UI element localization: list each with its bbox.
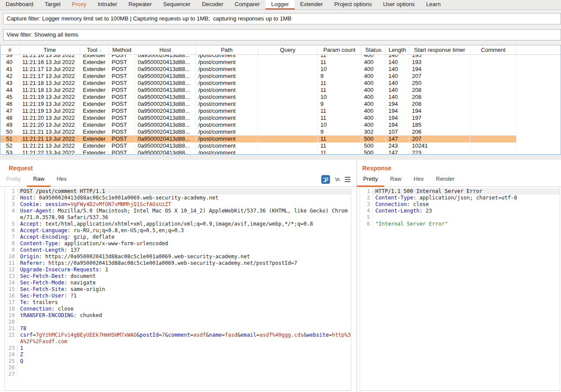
line-content: Connection: close: [372, 201, 560, 208]
cell-tool: Extender: [80, 135, 109, 142]
line-number: 6: [360, 221, 372, 227]
capture-filter-bar[interactable]: Capture filter: Logger memory limit set …: [3, 13, 561, 24]
response-tab-pretty[interactable]: Pretty: [357, 176, 384, 187]
cell-status: 400: [361, 87, 386, 94]
table-row[interactable]: 4611:21:19 13 Jul 2022ExtenderPOST0a9500…: [0, 101, 561, 108]
cell-method: POST: [109, 66, 135, 73]
table-row[interactable]: 3911:21:16 13 Jul 2022ExtenderPOST0a9500…: [0, 55, 561, 59]
line-number: 4: [360, 208, 372, 214]
editor-line: 25Q: [5, 358, 351, 365]
table-row[interactable]: 4311:21:18 13 Jul 2022ExtenderPOST0a9500…: [0, 80, 561, 87]
cell-length: 107: [386, 128, 409, 135]
request-tab-raw[interactable]: Raw: [27, 176, 51, 187]
editor-line: 24Z: [5, 351, 351, 358]
cell-timer: 206: [409, 128, 470, 135]
cell-timer: 10241: [409, 142, 470, 149]
table-row[interactable]: 4011:21:16 13 Jul 2022ExtenderPOST0a9500…: [0, 59, 561, 66]
cell-path: /post/comment: [196, 115, 258, 122]
cell-filler: [517, 87, 561, 94]
table-row[interactable]: 4811:21:20 13 Jul 2022ExtenderPOST0a9500…: [0, 115, 561, 122]
cell-filler: [517, 73, 561, 80]
line-content: tRANSFER-ENCODING: chunked: [17, 312, 351, 319]
table-row[interactable]: 4111:21:17 13 Jul 2022ExtenderPOST0a9500…: [0, 66, 561, 73]
cell-path: /post/comment: [196, 87, 258, 94]
cell-time: 11:21:20 13 Jul 2022: [20, 115, 80, 122]
line-number: 19: [5, 312, 17, 319]
column-header-query[interactable]: Query: [258, 45, 318, 54]
column-header-tool[interactable]: Tool∧: [80, 45, 109, 54]
line-content: Sec-Fetch-User: ?1: [17, 293, 351, 299]
cell-filler: [517, 115, 561, 122]
splitter-handle[interactable]: [0, 155, 561, 160]
tab-target[interactable]: Target: [39, 0, 66, 10]
response-tab-raw[interactable]: Raw: [384, 176, 408, 187]
request-panel: Request PrettyRawHex \n: [0, 160, 357, 392]
line-content: Content-Length: 137: [17, 247, 351, 253]
cell-id: 40: [0, 59, 20, 66]
response-tab-render[interactable]: Render: [430, 176, 461, 187]
column-header-time[interactable]: Time: [20, 45, 80, 54]
column-header-param-count[interactable]: Param count: [318, 45, 361, 54]
tab-decoder[interactable]: Decoder: [196, 0, 229, 10]
cell-params: 11: [318, 135, 361, 142]
cell-params: 10: [318, 122, 361, 128]
cell-path: /post/comment: [196, 73, 258, 80]
tab-project-options[interactable]: Project options: [329, 0, 377, 10]
cell-comment: [470, 66, 517, 73]
cell-length: 194: [386, 122, 409, 128]
cell-time: 11:21:16 13 Jul 2022: [20, 59, 80, 66]
request-tab-pretty[interactable]: Pretty: [0, 176, 27, 187]
cell-method: POST: [109, 59, 135, 66]
table-row[interactable]: 4411:21:18 13 Jul 2022ExtenderPOST0a9500…: [0, 87, 561, 94]
cell-method: POST: [109, 94, 135, 101]
tab-intruder[interactable]: Intruder: [92, 0, 123, 10]
column-header-status[interactable]: Status: [361, 45, 386, 54]
tab-user-options[interactable]: User options: [377, 0, 421, 10]
tab-learn[interactable]: Learn: [421, 0, 446, 10]
table-row[interactable]: 5311:21:22 13 Jul 2022ExtenderPOST0a9500…: [0, 149, 561, 155]
cell-comment: [470, 108, 517, 115]
line-content: Z: [17, 351, 351, 358]
editor-line: 3Connection: close: [360, 201, 560, 208]
cell-filler: [517, 142, 561, 149]
table-row[interactable]: 4711:21:19 13 Jul 2022ExtenderPOST0a9500…: [0, 108, 561, 115]
response-editor[interactable]: 1HTTP/1.1 500 Internal Server Error2Cont…: [360, 187, 560, 391]
column-header-host[interactable]: Host: [135, 45, 196, 54]
response-tab-hex[interactable]: Hex: [408, 176, 430, 187]
view-filter-bar[interactable]: View filter: Showing all items: [3, 29, 561, 41]
table-row[interactable]: 5011:21:21 13 Jul 2022ExtenderPOST0a9500…: [0, 128, 561, 135]
cell-time: 11:21:21 13 Jul 2022: [20, 135, 80, 142]
editor-line: 1HTTP/1.1 500 Internal Server Error: [360, 188, 560, 195]
column-header-path[interactable]: Path: [196, 45, 258, 54]
request-tab-hex[interactable]: Hex: [51, 176, 73, 187]
cell-filler: [517, 149, 561, 155]
tab-comparer[interactable]: Comparer: [229, 0, 265, 10]
tab-repeater[interactable]: Repeater: [123, 0, 157, 10]
table-row[interactable]: 4211:21:17 13 Jul 2022ExtenderPOST0a9500…: [0, 73, 561, 80]
line-content: Host: 0a9500020413d88ac08c5c1e001a0069.w…: [17, 195, 351, 201]
tab-sequencer[interactable]: Sequencer: [157, 0, 196, 10]
column-header--[interactable]: #: [0, 45, 20, 54]
word-wrap-toggle-icon[interactable]: [321, 175, 330, 184]
column-header-length[interactable]: Length: [386, 45, 409, 54]
editor-menu-icon[interactable]: [345, 177, 350, 182]
column-header-comment[interactable]: Comment: [470, 45, 517, 54]
request-editor[interactable]: 1POST /post/comment HTTP/1.12Host: 0a950…: [4, 187, 351, 391]
tab-dashboard[interactable]: Dashboard: [0, 0, 39, 10]
column-header-start-response-timer[interactable]: Start response timer: [409, 45, 470, 54]
cell-path: /post/comment: [196, 59, 258, 66]
column-header-method[interactable]: Method: [109, 45, 135, 54]
table-row[interactable]: 5211:21:21 13 Jul 2022ExtenderPOST0a9500…: [0, 142, 561, 149]
table-row[interactable]: 4911:21:20 13 Jul 2022ExtenderPOST0a9500…: [0, 122, 561, 128]
tab-extender[interactable]: Extender: [295, 0, 329, 10]
table-row[interactable]: 5111:21:21 13 Jul 2022ExtenderPOST0a9500…: [0, 135, 561, 142]
cell-status: 400: [361, 73, 386, 80]
cell-comment: [470, 55, 517, 59]
tab-proxy[interactable]: Proxy: [66, 0, 92, 10]
nonprinting-chars-toggle[interactable]: \n: [335, 176, 340, 182]
table-row[interactable]: 4511:21:19 13 Jul 2022ExtenderPOST0a9500…: [0, 94, 561, 101]
tab-logger[interactable]: Logger: [265, 0, 294, 10]
filter-section: Capture filter: Logger memory limit set …: [0, 10, 561, 45]
cell-comment: [470, 101, 517, 108]
cell-method: POST: [109, 101, 135, 108]
